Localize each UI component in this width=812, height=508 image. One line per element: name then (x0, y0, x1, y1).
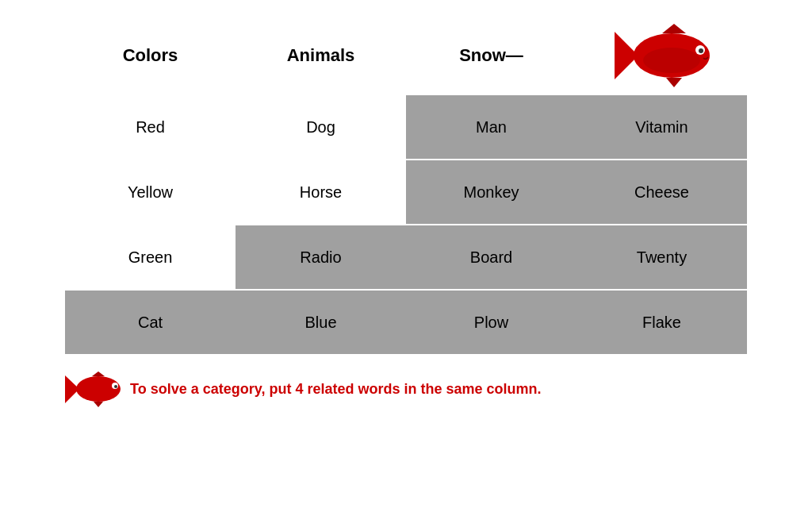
cell-r3c4: Twenty (576, 225, 747, 289)
cell-r3c1: Green (65, 225, 236, 289)
svg-point-4 (699, 48, 703, 53)
footer: To solve a category, put 4 related words… (65, 371, 747, 407)
svg-marker-6 (666, 78, 682, 87)
cell-r2c1: Yellow (65, 160, 236, 224)
cell-r4c2: Blue (236, 291, 406, 354)
cell-r1c4: Vitamin (576, 95, 747, 159)
svg-point-10 (114, 385, 117, 388)
svg-marker-11 (92, 371, 105, 376)
footer-text: To solve a category, put 4 related words… (130, 381, 541, 398)
svg-marker-5 (662, 24, 686, 33)
svg-point-8 (76, 376, 121, 402)
cell-r4c4: Flake (576, 291, 747, 354)
table-row: Red Dog Man Vitamin (65, 95, 747, 159)
table-row: Yellow Horse Monkey Cheese (65, 160, 747, 224)
svg-marker-12 (94, 402, 103, 407)
fish-header-icon (576, 24, 747, 87)
table-row: Cat Blue Plow Flake (65, 291, 747, 354)
col3-header: Snow— (406, 45, 576, 66)
svg-point-2 (643, 48, 700, 73)
cell-r3c2: Radio (236, 225, 406, 289)
fish-large-icon (615, 24, 710, 87)
cell-r1c3: Man (406, 95, 576, 159)
cell-r2c3: Monkey (406, 160, 576, 224)
cell-r3c3: Board (406, 225, 576, 289)
cell-r4c3: Plow (406, 291, 576, 354)
col2-header: Animals (236, 45, 406, 66)
cell-r1c2: Dog (236, 95, 406, 159)
cell-r4c1: Cat (65, 291, 236, 354)
table-row: Green Radio Board Twenty (65, 225, 747, 289)
table-area: Red Dog Man Vitamin Yellow Horse Monkey … (65, 95, 747, 356)
cell-r2c4: Cheese (576, 160, 747, 224)
fish-small-icon (65, 371, 121, 407)
col1-header: Colors (65, 45, 236, 66)
cell-r2c2: Horse (236, 160, 406, 224)
cell-r1c1: Red (65, 95, 236, 159)
